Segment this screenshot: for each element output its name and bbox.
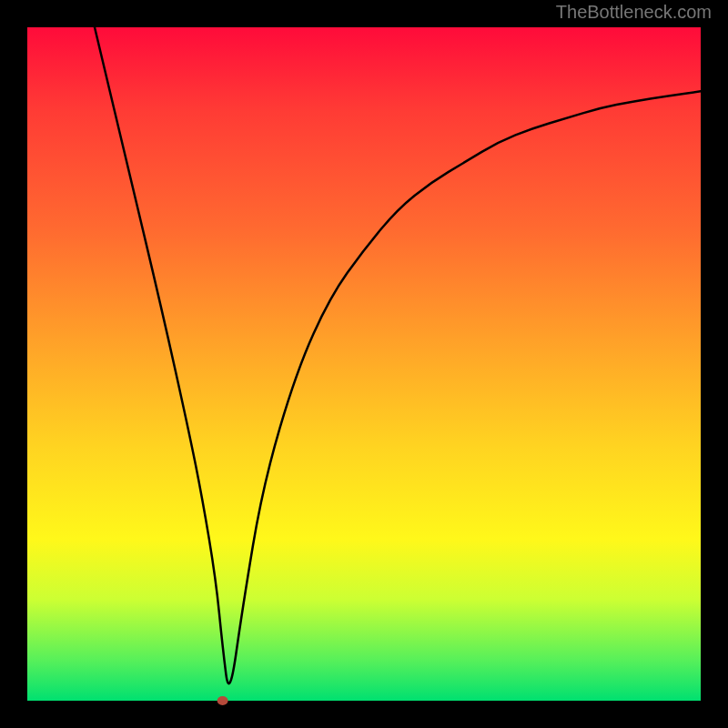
chart-container: TheBottleneck.com [0, 0, 728, 728]
attribution-text: TheBottleneck.com [556, 2, 712, 23]
minimum-marker [217, 696, 228, 705]
bottleneck-curve [95, 27, 701, 683]
plot-area [27, 27, 701, 701]
chart-svg [27, 27, 701, 701]
